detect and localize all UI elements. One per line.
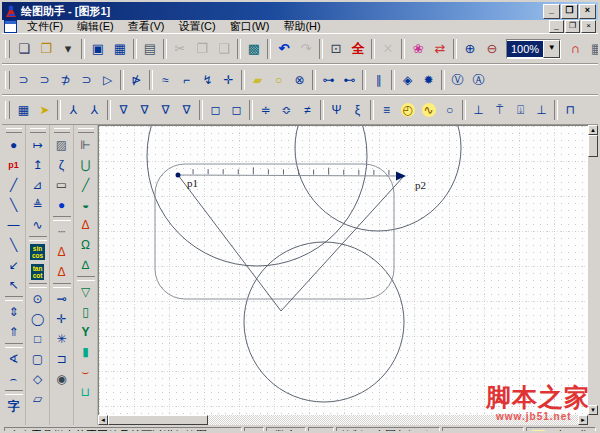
segment-tool[interactable]: — — [3, 215, 24, 235]
menu-view[interactable]: 查看(V) — [122, 19, 171, 34]
angle-tool[interactable]: ∢ — [3, 349, 24, 369]
toolbar-grip[interactable] — [5, 71, 10, 89]
nand-gate-button[interactable]: ⊃ — [34, 69, 55, 90]
ac-source-button[interactable]: ∿ — [418, 100, 439, 121]
save-all-button[interactable]: ▦ — [109, 38, 131, 60]
pulley-tool[interactable]: ⊿ — [27, 175, 48, 195]
led-button[interactable]: ∇ — [155, 100, 176, 121]
dimension-arrow-tool[interactable]: ↦ — [27, 135, 48, 155]
arc-tool[interactable]: ⌢ — [3, 369, 24, 389]
snap-magnet-button[interactable]: ∩ — [564, 38, 586, 60]
close-button[interactable]: × — [579, 4, 596, 19]
diamond-tool[interactable]: ◇ — [27, 369, 48, 389]
toolbar-grip[interactable] — [54, 128, 70, 133]
square-tool[interactable]: □ — [27, 329, 48, 349]
drawing-canvas[interactable]: p1 p2 — [98, 125, 588, 415]
inductor-button[interactable]: ξ — [347, 100, 368, 121]
switch-open-button[interactable]: ⊶ — [318, 69, 339, 90]
menu-help[interactable]: 帮助(H) — [277, 19, 326, 34]
document-icon[interactable] — [4, 20, 17, 33]
labeled-point-tool[interactable]: p1 — [3, 155, 24, 175]
zoom-out-button[interactable]: ⊖ — [481, 38, 503, 60]
pentagon-shape-button[interactable]: ▰ — [247, 69, 268, 90]
and-gate-button[interactable]: ⊃ — [13, 69, 34, 90]
print-button[interactable]: ▤ — [139, 38, 161, 60]
save-button[interactable]: ▣ — [87, 38, 109, 60]
antenna-button[interactable]: Ψ — [326, 100, 347, 121]
select-all-button[interactable]: 全 — [347, 38, 369, 60]
signal-ground-button[interactable]: ⍗ — [510, 100, 531, 121]
or-gate-button[interactable]: ⊅ — [55, 69, 76, 90]
zoom-in-button[interactable]: ⊕ — [459, 38, 481, 60]
earth-ground-button[interactable]: ⊥ — [468, 100, 489, 121]
dish-tool[interactable]: ⌣ — [75, 362, 96, 382]
line-tool[interactable]: ╱ — [3, 175, 24, 195]
diamond-button[interactable]: ◈ — [397, 69, 418, 90]
point-p1-marker[interactable] — [176, 173, 181, 178]
transistor-npn-button[interactable]: ⅄ — [84, 100, 105, 121]
up-arrow-tool[interactable]: ⇑ — [3, 322, 24, 342]
menu-settings[interactable]: 设置(C) — [172, 19, 221, 34]
paste-button[interactable]: ❑ — [213, 38, 235, 60]
minimize-button[interactable]: _ — [543, 4, 560, 19]
clock-source-button[interactable]: ◴ — [397, 100, 418, 121]
scroll-right-button[interactable]: ► — [578, 415, 588, 425]
curve-tool[interactable]: ∿ — [27, 215, 48, 235]
vertical-scrollbar[interactable]: ▲ ▼ — [588, 125, 598, 415]
iron-stand-tool[interactable]: ⊩ — [75, 135, 96, 155]
transistor-pnp-button[interactable]: ⅄ — [63, 100, 84, 121]
line2-tool[interactable]: ╲ — [3, 195, 24, 215]
conical-flask-tool[interactable]: ▽ — [75, 282, 96, 302]
parallelogram-tool[interactable]: ▱ — [27, 389, 48, 409]
capacitor-button[interactable]: ∥ — [368, 69, 389, 90]
ellipse-tool[interactable]: ◯ — [27, 309, 48, 329]
wire-resistor-button[interactable]: ≈ — [155, 69, 176, 90]
text-tool[interactable]: 字 — [3, 396, 24, 416]
leader-tool[interactable]: ↥ — [27, 155, 48, 175]
menu-edit[interactable]: 编辑(E) — [71, 19, 120, 34]
jar-tool[interactable]: ▮ — [75, 342, 96, 362]
open-dropdown-button[interactable]: ▾ — [57, 38, 79, 60]
lever-tool[interactable]: ≜ — [27, 195, 48, 215]
segment-dot-tool[interactable]: ╲ — [3, 235, 24, 255]
transform-button[interactable]: ⇄ — [429, 38, 451, 60]
hatch-rect-tool[interactable]: ▨ — [51, 135, 72, 155]
capacitor2-button[interactable]: ≑ — [255, 100, 276, 121]
scatter-tool[interactable]: ✳ — [51, 329, 72, 349]
node-tool[interactable]: ⊸ — [51, 289, 72, 309]
flask-tool[interactable]: ∆ — [75, 255, 96, 275]
tube2-button[interactable]: ◻ — [226, 100, 247, 121]
capacitor3-button[interactable]: ≎ — [276, 100, 297, 121]
toolbar-grip[interactable] — [30, 128, 46, 133]
eye-tool[interactable]: ◉ — [51, 369, 72, 389]
scroll-up-button[interactable]: ▲ — [588, 125, 598, 135]
mdi-close-button[interactable]: × — [581, 20, 596, 33]
cut-button[interactable]: ✂ — [169, 38, 191, 60]
cylinder-tool[interactable]: ▯ — [75, 302, 96, 322]
redo-button[interactable]: ↷ — [295, 38, 317, 60]
pointer-tool-button[interactable]: ➤ — [34, 100, 55, 121]
tancot-tool[interactable]: tan cot — [27, 262, 48, 282]
probe-button[interactable]: ✛ — [218, 69, 239, 90]
horizontal-scroll-thumb[interactable] — [108, 415, 208, 425]
delete-button[interactable]: ✕ — [377, 38, 399, 60]
candle-tool[interactable]: Δ — [51, 242, 72, 262]
pulse-button[interactable]: ⌐ — [176, 69, 197, 90]
glass-rod-tool[interactable]: ╱ — [75, 175, 96, 195]
scrollbar-track[interactable] — [588, 135, 598, 405]
circle-center-tool[interactable]: ⊙ — [27, 289, 48, 309]
ic-chip-button[interactable]: ▦ — [13, 100, 34, 121]
capacitor4-button[interactable]: ≠ — [297, 100, 318, 121]
cross-arrows-tool[interactable]: ✛ — [51, 309, 72, 329]
open-button[interactable]: ❐ — [35, 38, 57, 60]
zoom-dropdown-button[interactable]: ▼ — [543, 40, 560, 58]
copy-button[interactable]: ❐ — [191, 38, 213, 60]
chassis-ground-button[interactable]: ⍑ — [489, 100, 510, 121]
tube-button[interactable]: ◻ — [205, 100, 226, 121]
buffer-gate-button[interactable]: ▷ — [97, 69, 118, 90]
voltmeter-button[interactable]: Ⓥ — [447, 69, 468, 90]
image-button[interactable]: ▩ — [243, 38, 265, 60]
scroll-left-button[interactable]: ◄ — [98, 415, 108, 425]
menu-window[interactable]: 窗口(W) — [224, 19, 276, 34]
toolbar-grip[interactable] — [78, 128, 94, 133]
